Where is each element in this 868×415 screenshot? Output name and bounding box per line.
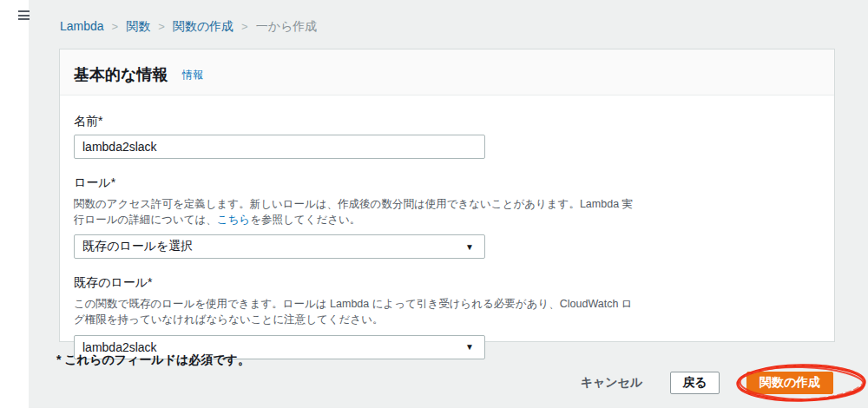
required-fields-note: * これらのフィールドは必須です。 [56,352,250,368]
breadcrumb-create-function[interactable]: 関数の作成 [173,19,233,33]
collapsed-sidebar [0,0,29,415]
name-field-group: 名前* [74,114,817,159]
breadcrumb-separator: > [158,20,165,33]
hamburger-menu-icon[interactable] [18,10,30,20]
cancel-button[interactable]: キャンセル [581,375,643,391]
form-actions: キャンセル 戻る 関数の作成 [581,372,833,394]
existing-role-description: この関数で既存のロールを使用できます。ロールは Lambda によって引き受けら… [74,296,642,327]
existing-role-label: 既存のロール* [74,275,817,291]
breadcrumb-functions[interactable]: 関数 [126,19,150,33]
basic-information-panel: 基本的な情報 情報 名前* ロール* 関数のアクセス許可を定義します。新しいロー… [59,49,835,342]
kochira-link[interactable]: こちら [217,214,250,226]
role-field-group: ロール* 関数のアクセス許可を定義します。新しいロールは、作成後の数分間は使用で… [74,175,817,259]
breadcrumb-lambda[interactable]: Lambda [60,19,104,33]
lambda-create-function-page: Lambda>関数>関数の作成>一から作成 基本的な情報 情報 名前* ロール*… [0,0,868,415]
role-description: 関数のアクセス許可を定義します。新しいロールは、作成後の数分間は使用できないこと… [74,196,642,227]
panel-title: 基本的な情報 [74,64,168,85]
panel-header: 基本的な情報 情報 [60,49,834,96]
chevron-down-icon: ▼ [465,242,474,252]
info-link[interactable]: 情報 [182,68,203,82]
breadcrumb-separator: > [241,20,248,33]
breadcrumb: Lambda>関数>関数の作成>一から作成 [60,19,317,35]
panel-body: 名前* ロール* 関数のアクセス許可を定義します。新しいロールは、作成後の数分間… [60,96,834,359]
name-label: 名前* [74,114,817,129]
role-label: ロール* [74,175,817,191]
create-function-button[interactable]: 関数の作成 [746,372,833,394]
back-button[interactable]: 戻る [670,372,719,394]
breadcrumb-current: 一から作成 [256,19,318,33]
function-name-input[interactable] [74,135,485,159]
existing-role-field-group: 既存のロール* この関数で既存のロールを使用できます。ロールは Lambda に… [74,275,817,359]
role-select-value: 既存のロールを選択 [82,239,193,254]
breadcrumb-separator: > [112,20,119,33]
chevron-down-icon: ▼ [465,342,474,352]
role-select[interactable]: 既存のロールを選択 ▼ [74,234,485,259]
